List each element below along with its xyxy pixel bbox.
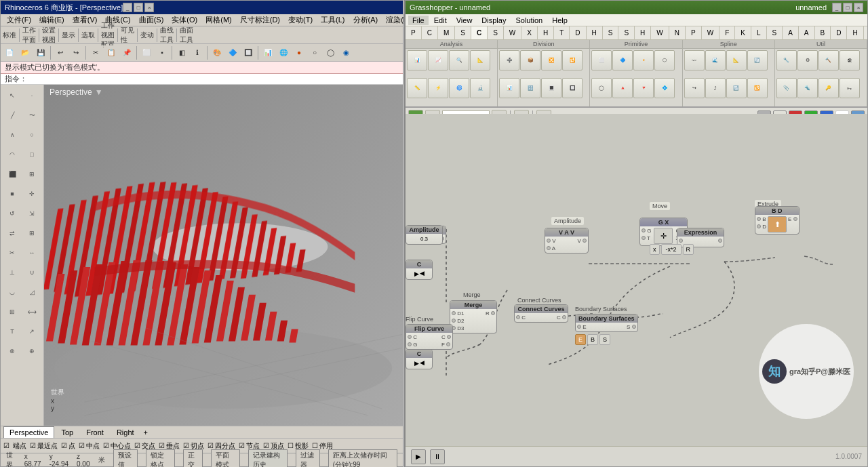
gh-icon-primitive-1[interactable]: ⬜ [591,50,612,70]
tb-display[interactable]: 显示 [61,28,76,43]
tb-redo[interactable]: ↪ [68,45,83,60]
gh-tab-t[interactable]: T [554,26,570,39]
tb-standard[interactable]: 标准 [2,28,17,43]
lt-extra1[interactable]: ⊗ [3,342,22,361]
tb-extra2[interactable]: 🌐 [276,45,291,60]
rhino-menu-view[interactable]: 查看(V) [69,14,101,26]
gh-menu-view[interactable]: View [452,16,477,25]
gh-tab-s4[interactable]: S [618,26,635,39]
gh-tab-a1[interactable]: A [783,26,799,39]
boundary-surfaces-node[interactable]: Boundary Surfaces E S [575,314,638,332]
snap-endpoint[interactable]: 端点 [13,441,26,451]
gh-tab-c1[interactable]: C [422,26,438,39]
tb-extra1[interactable]: 📊 [260,45,275,60]
gh-icon-spline-1[interactable]: 〰 [684,50,705,70]
gh-icon-primitive-7[interactable]: 🔻 [633,78,654,98]
tb-layer[interactable]: ◧ [174,45,189,60]
lt-point[interactable]: · [22,86,41,105]
gh-icon-spline-7[interactable]: 🔃 [726,78,747,98]
lt-extra2[interactable]: ⊕ [22,342,41,361]
gh-tab-d1[interactable]: D [570,26,586,39]
tb-cut[interactable]: ✂ [88,45,103,60]
gh-tab-h2[interactable]: H [587,26,603,39]
gh-icon-primitive-4[interactable]: ⬡ [654,50,675,70]
gh-icon-analysis-8[interactable]: 🔬 [470,78,490,98]
gh-tab-s1[interactable]: S [455,26,471,39]
gh-tab-d2[interactable]: D [831,26,847,39]
gh-menu-solution[interactable]: Solution [511,16,547,25]
rhino-command-prompt[interactable]: 指令： [1,74,403,85]
rhino-menu-mesh[interactable]: 网格(M) [202,14,235,26]
status-lockgrid-btn[interactable]: 锁定格点 [146,449,175,468]
gh-tab-a2[interactable]: A [799,26,815,39]
gh-icon-util-2[interactable]: ⚙ [797,50,818,70]
gh-tab-p[interactable]: P [406,26,422,39]
tb-select[interactable]: 选取 [81,28,96,43]
tab-perspective[interactable]: Perspective [3,426,54,439]
tb-visibility[interactable]: 可见性 [120,28,135,43]
tb-extra4[interactable]: ○ [307,45,322,60]
gh-icon-spline-4[interactable]: 🔄 [747,50,768,70]
gh-tab-b2[interactable]: B [864,26,867,39]
c-node-top-node[interactable]: C ▶ ◀ [406,260,433,280]
gh-icon-analysis-3[interactable]: 🔍 [449,50,469,70]
gh-maximize-button[interactable]: □ [843,3,852,12]
gh-tab-h1[interactable]: H [538,26,554,39]
tab-right[interactable]: Right [111,426,140,439]
tb-open[interactable]: 📂 [18,45,33,60]
lt-surface[interactable]: ⬛ [3,165,22,184]
gh-tab-h3[interactable]: H [635,26,651,39]
gh-icon-spline-2[interactable]: 🌊 [705,50,726,70]
gh-icon-spline-5[interactable]: ↪ [684,78,705,98]
tb-extra6[interactable]: ◉ [338,45,353,60]
tab-top[interactable]: Top [55,426,79,439]
lt-move[interactable]: ✛ [22,184,41,203]
lt-chamfer[interactable]: ◿ [22,283,41,302]
rhino-menu-file[interactable]: 文件(F) [3,14,35,26]
rhino-close-button[interactable]: × [144,3,154,12]
gh-canvas[interactable]: Amplitude Move Extrude Offset Cur C C Am… [406,114,867,446]
lt-array[interactable]: ⊞ [22,224,41,243]
tb-workplane[interactable]: 工作平面 [22,28,37,43]
gh-icon-division-7[interactable]: 🔳 [541,78,561,98]
gh-icon-util-7[interactable]: 🔑 [818,78,839,98]
gh-icon-util-1[interactable]: 🔧 [776,50,797,70]
gh-icon-division-5[interactable]: 📊 [499,78,519,98]
lt-polyline[interactable]: ∧ [3,125,22,144]
gh-icon-primitive-2[interactable]: 🔷 [612,50,633,70]
lt-join[interactable]: ∪ [22,263,41,282]
gh-tab-s5[interactable]: S [767,26,783,39]
e-node[interactable]: E [575,334,586,345]
connect-curves-node[interactable]: Connect Curves C C [514,304,568,323]
gh-tab-b[interactable]: B [815,26,831,39]
gh-icon-util-8[interactable]: 🗝 [840,78,860,98]
flip-curve-node[interactable]: Flip Curve C G C F [406,324,453,350]
gh-tab-h4[interactable]: H [847,26,863,39]
extrude-node[interactable]: B D B D ⬆ E [755,206,800,235]
lt-select[interactable]: ↖ [3,86,22,105]
gh-tab-f[interactable]: F [719,26,735,39]
lt-extend[interactable]: ↔ [22,243,41,262]
rhino-menu-tools[interactable]: 工具(L) [317,14,348,26]
tb-extra3[interactable]: ● [292,45,307,60]
vector-amplitude-node[interactable]: V A V V A V [545,228,589,253]
gh-tab-x[interactable]: X [521,26,538,39]
tb-sel-none[interactable]: ▪ [155,45,170,60]
gh-icon-division-4[interactable]: 🔁 [562,50,583,70]
gh-play-button[interactable]: ▶ [411,449,426,464]
gh-tab-w3[interactable]: W [702,26,719,39]
gh-icon-division-8[interactable]: 🔲 [562,78,583,98]
lt-arc[interactable]: ◠ [3,145,22,164]
tab-front[interactable]: Front [80,426,110,439]
s-node-right[interactable]: S [599,334,610,345]
tb-sel-all[interactable]: ⬜ [139,45,154,60]
lt-dim[interactable]: ⟷ [22,302,41,321]
c-node-bottom[interactable]: C ▶ ◀ [406,349,433,369]
b-node[interactable]: B [587,334,598,345]
gh-icon-division-6[interactable]: 🔢 [520,78,540,98]
gh-tab-s3[interactable]: S [603,26,619,39]
merge-node[interactable]: Merge D1 D2 D3 R [450,300,497,333]
lt-mirror[interactable]: ⇌ [3,224,22,243]
rhino-viewport[interactable]: Perspective ▼ 世界 x y [44,85,403,426]
snap-midpoint[interactable]: 中点 [86,441,100,451]
